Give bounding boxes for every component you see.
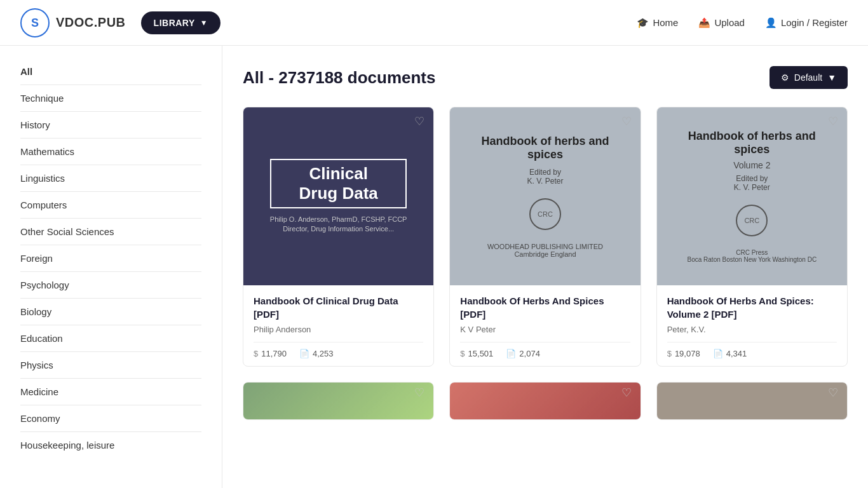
gear-icon: ⚙ [781,72,789,83]
sidebar-item-housekeeping[interactable]: Housekeeping, leisure [20,432,201,458]
book-author-3: Peter, K.V. [667,325,837,334]
views-icon-2: $ [460,349,465,358]
header: S VDOC.PUB LIBRARY ▼ 🎓 Home 📤 Upload 👤 L… [0,0,868,46]
book-card-4[interactable]: ♡ [243,382,434,420]
logo-icon: S [20,8,50,37]
main-header: All - 2737188 documents ⚙ Default ▼ [243,66,848,89]
sidebar-item-mathematics[interactable]: Mathematics [20,139,201,165]
chevron-down-icon: ▼ [827,72,836,83]
book-info-3: Handbook Of Herbs And Spices: Volume 2 [… [657,285,847,366]
sidebar-item-all[interactable]: All [20,58,201,85]
main-content: All - 2737188 documents ⚙ Default ▼ Clin… [222,46,868,488]
sidebar-item-psychology[interactable]: Psychology [20,272,201,299]
nav-home[interactable]: 🎓 Home [637,17,678,29]
library-label: LIBRARY [154,18,195,28]
sidebar-item-physics[interactable]: Physics [20,352,201,379]
header-left: S VDOC.PUB LIBRARY ▼ [20,8,220,37]
header-nav: 🎓 Home 📤 Upload 👤 Login / Register [637,17,848,29]
nav-home-label: Home [653,17,678,28]
book-card-1[interactable]: ClinicalDrug Data Philip O. Anderson, Ph… [243,107,434,367]
views-icon-1: $ [254,349,258,358]
sidebar-item-foreign[interactable]: Foreign [20,245,201,272]
home-icon: 🎓 [637,17,649,29]
favorite-icon-6[interactable]: ♡ [825,385,841,400]
logo-text: VDOC.PUB [56,15,126,30]
favorite-icon-3[interactable]: ♡ [825,114,841,129]
default-label: Default [794,72,822,83]
sidebar-item-other-social-sciences[interactable]: Other Social Sciences [20,219,201,245]
book-title-1: Handbook Of Clinical Drug Data [PDF] [254,294,423,321]
favorite-icon-2[interactable]: ♡ [619,114,634,129]
cover-content-1: ClinicalDrug Data Philip O. Anderson, Ph… [257,146,420,247]
sidebar-item-linguistics[interactable]: Linguistics [20,165,201,192]
favorite-icon-4[interactable]: ♡ [412,385,427,400]
book-card-6[interactable]: ♡ [656,382,848,420]
book-title-2: Handbook Of Herbs And Spices [PDF] [460,294,630,321]
chevron-down-icon: ▼ [200,18,208,27]
book-grid: ClinicalDrug Data Philip O. Anderson, Ph… [243,107,848,420]
svg-text:S: S [31,17,39,29]
book-author-2: K V Peter [460,325,630,334]
book-cover-3: Handbook of herbs and spices Volume 2 Ed… [657,107,847,285]
sidebar-item-medicine[interactable]: Medicine [20,379,201,405]
book-views-2: $ 15,501 [460,349,493,358]
user-icon: 👤 [765,17,777,29]
sidebar-item-technique[interactable]: Technique [20,85,201,112]
book-card-3[interactable]: Handbook of herbs and spices Volume 2 Ed… [656,107,848,367]
upload-icon: 📤 [698,17,710,29]
book-info-2: Handbook Of Herbs And Spices [PDF] K V P… [450,285,640,366]
book-pages-2: 📄 2,074 [506,349,540,358]
cover-content-2: Handbook of herbs and spices Edited byK.… [450,116,640,277]
sidebar-item-history[interactable]: History [20,112,201,139]
sidebar-item-computers[interactable]: Computers [20,192,201,219]
sidebar: All Technique History Mathematics Lingui… [0,46,222,488]
sidebar-item-education[interactable]: Education [20,325,201,352]
book-cover-5: ♡ [450,383,640,420]
default-sort-button[interactable]: ⚙ Default ▼ [770,66,848,89]
book-pages-1: 📄 4,253 [299,349,334,358]
book-title-3: Handbook Of Herbs And Spices: Volume 2 [… [667,294,837,321]
book-cover-4: ♡ [243,383,433,420]
book-info-1: Handbook Of Clinical Drug Data [PDF] Phi… [243,285,433,366]
cover-content-3: Handbook of herbs and spices Volume 2 Ed… [657,111,847,282]
logo[interactable]: S VDOC.PUB [20,8,126,37]
book-cover-2: Handbook of herbs and spices Edited byK.… [450,107,640,285]
nav-login-label: Login / Register [781,17,848,28]
layout: All Technique History Mathematics Lingui… [0,46,868,488]
book-cover-1: ClinicalDrug Data Philip O. Anderson, Ph… [243,107,433,285]
pages-icon-1: 📄 [299,349,309,358]
nav-upload[interactable]: 📤 Upload [698,17,745,29]
book-views-1: $ 11,790 [254,349,287,358]
library-button[interactable]: LIBRARY ▼ [141,11,221,34]
page-title: All - 2737188 documents [243,68,435,88]
book-views-3: $ 19,078 [667,349,700,358]
book-author-1: Philip Anderson [254,325,423,334]
book-stats-1: $ 11,790 📄 4,253 [254,342,423,358]
book-cover-6: ♡ [657,383,847,420]
book-card-5[interactable]: ♡ [449,382,641,420]
sidebar-item-biology[interactable]: Biology [20,299,201,325]
nav-upload-label: Upload [714,17,745,28]
pages-icon-3: 📄 [713,349,723,358]
pages-icon-2: 📄 [506,349,516,358]
book-card-2[interactable]: Handbook of herbs and spices Edited byK.… [449,107,641,367]
favorite-icon-1[interactable]: ♡ [412,114,427,129]
book-stats-3: $ 19,078 📄 4,341 [667,342,837,358]
sidebar-item-economy[interactable]: Economy [20,405,201,432]
favorite-icon-5[interactable]: ♡ [619,385,634,400]
book-stats-2: $ 15,501 📄 2,074 [460,342,630,358]
book-pages-3: 📄 4,341 [713,349,747,358]
nav-login[interactable]: 👤 Login / Register [765,17,848,29]
views-icon-3: $ [667,349,672,358]
